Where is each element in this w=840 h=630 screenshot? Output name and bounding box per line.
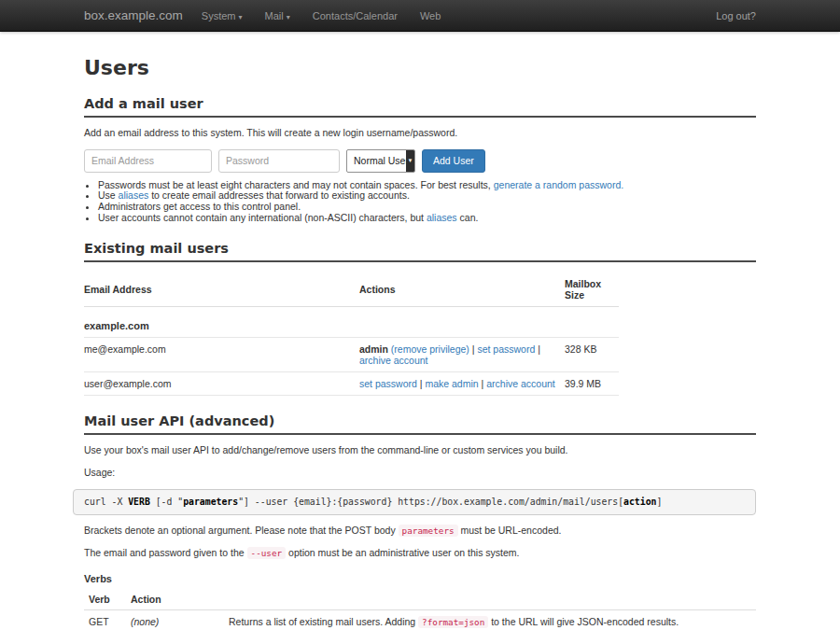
add-user-intro: Add an email address to this system. Thi… xyxy=(84,127,756,139)
user-email: user@example.com xyxy=(84,371,359,395)
api-intro: Use your box's mail user API to add/chan… xyxy=(84,444,756,456)
text-segment: action xyxy=(623,497,656,507)
verbs-column-header: Action xyxy=(126,590,224,610)
caret-down-icon: ▾ xyxy=(239,13,243,21)
page-title: Users xyxy=(84,58,756,78)
user-actions: admin (remove privilege) | set password … xyxy=(359,337,565,371)
api-note-brackets: Brackets denote an optional argument. Pl… xyxy=(84,525,756,537)
existing-users-table: Email AddressActionsMailbox Sizeexample.… xyxy=(84,272,619,396)
users-domain-row: example.com xyxy=(84,306,619,337)
text-segment: can. xyxy=(457,212,479,223)
add-user-notes: Passwords must be at least eight charact… xyxy=(84,180,756,223)
verbs-column-header: Verb xyxy=(84,590,126,610)
navbar: box.example.com System ▾Mail ▾Contacts/C… xyxy=(0,0,840,32)
nav-item-mail[interactable]: Mail ▾ xyxy=(265,10,290,21)
privilege-select-value: Normal User xyxy=(354,155,409,166)
text-segment: | xyxy=(535,343,540,355)
main-content: Users Add a mail user Add an email addre… xyxy=(70,58,770,630)
password-input[interactable] xyxy=(218,149,340,173)
text-segment: Returns a list of existing mail users. A… xyxy=(229,616,418,627)
logout-link[interactable]: Log out? xyxy=(716,10,756,21)
verbs-heading: Verbs xyxy=(84,573,756,584)
users-table-header-row: Email AddressActionsMailbox Size xyxy=(84,272,619,307)
mailbox-size: 328 KB xyxy=(565,337,619,371)
user-email: me@example.com xyxy=(84,337,359,371)
mailbox-size: 39.9 MB xyxy=(565,371,619,395)
text-segment: to the URL will give JSON-encoded result… xyxy=(488,616,679,627)
nav-item-contacts-calendar[interactable]: Contacts/Calendar xyxy=(313,10,398,21)
text-segment: Administrators get access to this contro… xyxy=(98,201,301,212)
generate-random-password-link[interactable]: generate a random password. xyxy=(494,179,624,190)
api-usage-label: Usage: xyxy=(84,467,756,479)
archive-account-link[interactable]: archive account xyxy=(359,355,428,366)
text-segment: Use xyxy=(98,189,119,201)
email-input[interactable] xyxy=(84,149,212,173)
add-user-button[interactable]: Add User xyxy=(422,149,485,173)
inline-code: ?format=json xyxy=(418,616,488,628)
text-segment: Passwords must be at least eight charact… xyxy=(98,179,494,190)
text-segment: to create email addresses that forward t… xyxy=(148,189,410,201)
user-row: user@example.comset password | make admi… xyxy=(84,371,619,395)
verb-description: Returns a list of existing mail users. A… xyxy=(224,609,756,630)
inline-code: --user xyxy=(247,547,287,559)
make-admin-link[interactable]: make admin xyxy=(425,378,478,389)
domain-label: example.com xyxy=(84,306,619,337)
verbs-table: VerbActionGET(none)Returns a list of exi… xyxy=(84,590,756,630)
text-segment: admin xyxy=(359,343,391,355)
section-heading-add-user: Add a mail user xyxy=(84,96,756,118)
text-segment: | xyxy=(479,378,487,389)
user-actions: set password | make admin | archive acco… xyxy=(359,371,565,395)
text-segment: "] --user {email}:{password} https://box… xyxy=(238,497,623,507)
users-column-header: Email Address xyxy=(84,272,359,307)
verb-row: GET(none)Returns a list of existing mail… xyxy=(84,609,756,630)
text-segment: must be URL-encoded. xyxy=(458,525,562,536)
caret-down-icon: ▾ xyxy=(287,13,290,21)
text-segment: ] xyxy=(656,497,662,507)
section-heading-mail-api: Mail user API (advanced) xyxy=(84,413,756,435)
text-segment: User accounts cannot contain any interna… xyxy=(98,212,427,223)
text-segment: Brackets denote an optional argument. Pl… xyxy=(84,525,399,536)
api-note-user: The email and password given to the --us… xyxy=(84,547,756,559)
text-segment: curl -X xyxy=(84,497,128,507)
set-password-link[interactable]: set password xyxy=(359,378,417,389)
inline-code: parameters xyxy=(399,525,458,537)
text-segment: [-d " xyxy=(150,497,183,507)
aliases-link[interactable]: aliases xyxy=(427,212,457,223)
users-column-header: Mailbox Size xyxy=(565,272,619,307)
nav-item-web[interactable]: Web xyxy=(420,10,441,21)
text-segment: option must be an administrative user on… xyxy=(286,547,519,558)
section-heading-existing-users: Existing mail users xyxy=(84,241,756,262)
set-password-link[interactable]: set password xyxy=(477,343,535,355)
add-user-note: User accounts cannot contain any interna… xyxy=(98,213,756,224)
chevron-down-icon: ▼ xyxy=(406,150,414,172)
verb-action: (none) xyxy=(126,609,224,630)
navbar-inner: box.example.com System ▾Mail ▾Contacts/C… xyxy=(70,0,770,31)
archive-account-link[interactable]: archive account xyxy=(486,378,555,389)
verbs-column-header xyxy=(224,590,756,610)
text-segment: The email and password given to the xyxy=(84,547,247,558)
text-segment: parameters xyxy=(183,497,238,507)
remove-privilege-link[interactable]: (remove privilege) xyxy=(391,343,469,355)
verbs-header-row: VerbAction xyxy=(84,590,756,610)
verb: GET xyxy=(84,609,126,630)
aliases-link[interactable]: aliases xyxy=(119,189,149,201)
nav-item-system[interactable]: System ▾ xyxy=(202,10,243,21)
privilege-select[interactable]: Normal User ▼ xyxy=(346,149,415,173)
add-user-form: Normal User ▼ Add User xyxy=(84,149,756,173)
navbar-brand[interactable]: box.example.com xyxy=(84,8,183,22)
user-row: me@example.comadmin (remove privilege) |… xyxy=(84,337,619,371)
api-usage-code: curl -X VERB [-d "parameters"] --user {e… xyxy=(73,489,756,515)
navbar-menu: System ▾Mail ▾Contacts/CalendarWeb xyxy=(202,10,464,21)
users-column-header: Actions xyxy=(359,272,565,307)
text-segment: VERB xyxy=(128,497,150,507)
